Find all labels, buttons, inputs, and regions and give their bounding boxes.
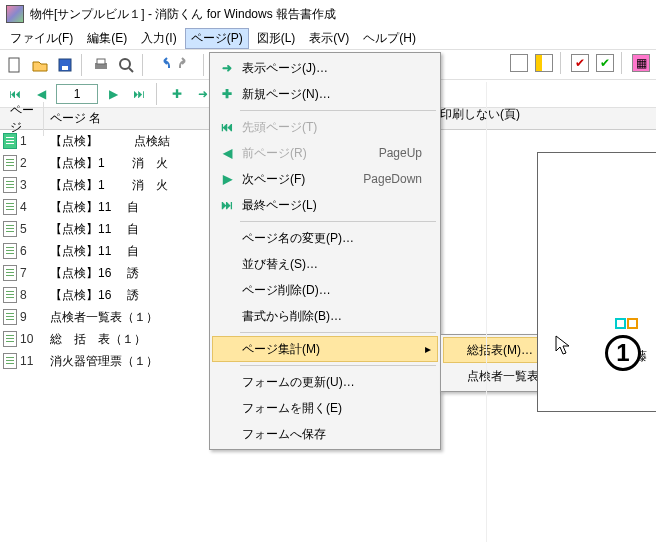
page-icon [3,221,17,237]
window-title: 物件[サンプルビル１] - 消防くん for Windows 報告書作成 [30,6,336,23]
document-preview: 別記様式第１ [486,82,656,542]
add-icon: ✚ [216,87,238,101]
svg-rect-0 [9,58,19,72]
first-icon: ⏮ [216,120,238,134]
menubar: ファイル(F) 編集(E) 入力(I) ページ(P) 図形(L) 表示(V) ヘ… [0,28,656,50]
titlebar: 物件[サンプルビル１] - 消防くん for Windows 報告書作成 [0,0,656,28]
menu-view[interactable]: 表示(V) [303,28,355,49]
layout-icon[interactable] [508,52,530,74]
cursor-icon [555,335,571,355]
separator [621,52,625,74]
page-icon [3,133,17,149]
undo-icon[interactable] [151,54,173,76]
header-pagename: ページ 名 [44,110,101,127]
toolbar-right: ✔ ✔ ▦ [508,52,652,74]
page-menu-dropdown: ➜表示ページ(J)… ✚新規ページ(N)… ⏮先頭ページ(T) ◀前ページ(R)… [209,52,441,450]
menu-form-save[interactable]: フォームへ保存 [212,421,438,447]
menu-delete-style[interactable]: 書式から削除(B)… [212,303,438,329]
menu-next-page[interactable]: ▶次ページ(F)PageDown [212,166,438,192]
page-icon [3,265,17,281]
preview-icon[interactable] [115,54,137,76]
menu-page-aggregate[interactable]: ページ集計(M)▸ [212,336,438,362]
page-icon [3,243,17,259]
last-icon: ⏭ [216,198,238,212]
menu-page[interactable]: ページ(P) [185,28,249,49]
menu-separator [240,332,436,333]
menu-rename-page[interactable]: ページ名の変更(P)… [212,225,438,251]
separator [203,54,207,76]
open-icon[interactable] [29,54,51,76]
menu-edit[interactable]: 編集(E) [81,28,133,49]
prev-icon: ◀ [216,146,238,160]
grid-icon[interactable]: ▦ [630,52,652,74]
page-icon [3,309,17,325]
annotation-one: 1 [605,335,641,371]
menu-shape[interactable]: 図形(L) [251,28,302,49]
menu-sort-pages[interactable]: 並び替え(S)… [212,251,438,277]
menu-display-page[interactable]: ➜表示ページ(J)… [212,55,438,81]
check-green-icon[interactable]: ✔ [594,52,616,74]
add-page-icon[interactable]: ✚ [166,83,188,105]
last-page-icon[interactable]: ⏭ [128,83,150,105]
menu-file[interactable]: ファイル(F) [4,28,79,49]
print-icon[interactable] [90,54,112,76]
new-icon[interactable] [4,54,26,76]
page-icon [3,177,17,193]
svg-rect-4 [97,59,105,64]
separator [156,83,160,105]
next-icon: ▶ [216,172,238,186]
menu-separator [240,110,436,111]
svg-line-6 [129,68,133,72]
redo-icon[interactable] [176,54,198,76]
color-swatches [615,318,638,329]
menu-prev-page: ◀前ページ(R)PageUp [212,140,438,166]
menu-input[interactable]: 入力(I) [135,28,182,49]
menu-separator [240,221,436,222]
page-icon [3,331,17,347]
app-icon [6,5,24,23]
page-icon [3,199,17,215]
separator [560,52,564,74]
menu-last-page[interactable]: ⏭最終ページ(L) [212,192,438,218]
page-icon [3,155,17,171]
panel-icon[interactable] [533,52,555,74]
swatch-cyan [615,318,626,329]
svg-point-5 [120,59,130,69]
menu-first-page: ⏮先頭ページ(T) [212,114,438,140]
menu-help[interactable]: ヘルプ(H) [357,28,422,49]
submenu-arrow-icon: ▸ [425,342,431,356]
page-icon [3,353,17,369]
header-page: ページ [0,102,44,136]
separator [81,54,85,76]
menu-separator [240,365,436,366]
menu-form-update[interactable]: フォームの更新(U)… [212,369,438,395]
doc-page [537,152,656,412]
check-red-icon[interactable]: ✔ [569,52,591,74]
jump-icon: ➜ [216,61,238,75]
swatch-orange [627,318,638,329]
menu-delete-page[interactable]: ページ削除(D)… [212,277,438,303]
svg-rect-2 [62,66,68,70]
page-number-input[interactable] [56,84,98,104]
menu-new-page[interactable]: ✚新規ページ(N)… [212,81,438,107]
next-page-icon[interactable]: ▶ [102,83,124,105]
page-icon [3,287,17,303]
save-icon[interactable] [54,54,76,76]
separator [142,54,146,76]
print-none-label: 印刷しない(頁) [440,106,520,123]
menu-form-open[interactable]: フォームを開く(E) [212,395,438,421]
